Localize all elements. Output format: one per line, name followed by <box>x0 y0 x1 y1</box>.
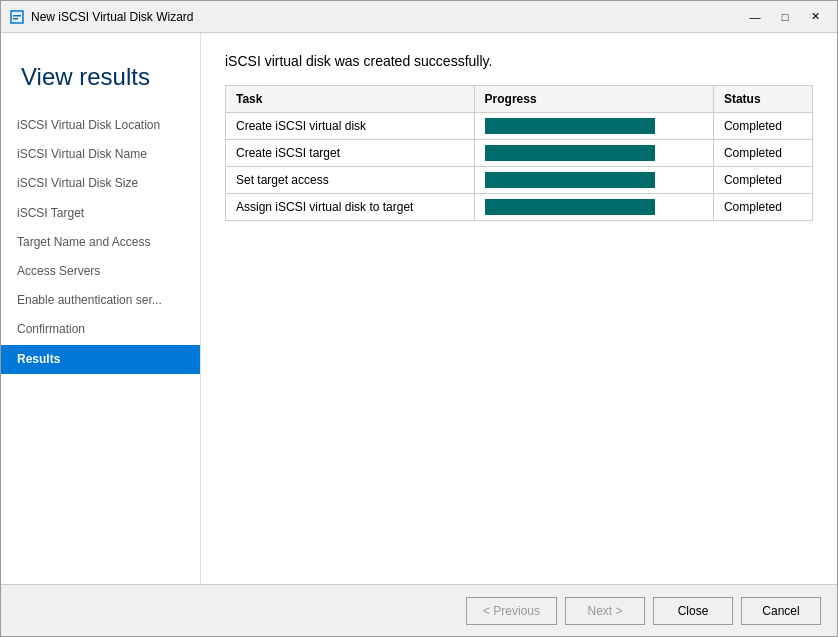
progress-cell <box>474 167 713 194</box>
status-cell: Completed <box>713 194 812 221</box>
page-title: View results <box>1 53 200 111</box>
sidebar-item-iscsi-target: iSCSI Target <box>1 199 200 228</box>
progress-bar-container <box>485 172 655 188</box>
progress-bar-fill <box>485 172 655 188</box>
next-button[interactable]: Next > <box>565 597 645 625</box>
sidebar-item-target-name-access: Target Name and Access <box>1 228 200 257</box>
svg-rect-2 <box>13 18 18 20</box>
footer: < Previous Next > Close Cancel <box>1 584 837 636</box>
progress-bar-fill <box>485 199 655 215</box>
success-message: iSCSI virtual disk was created successfu… <box>225 53 813 69</box>
col-header-progress: Progress <box>474 86 713 113</box>
progress-bar-container <box>485 145 655 161</box>
window-title: New iSCSI Virtual Disk Wizard <box>31 10 741 24</box>
sidebar-item-access-servers: Access Servers <box>1 257 200 286</box>
col-header-status: Status <box>713 86 812 113</box>
previous-button[interactable]: < Previous <box>466 597 557 625</box>
status-cell: Completed <box>713 140 812 167</box>
progress-cell <box>474 113 713 140</box>
content-area: View results iSCSI Virtual Disk Location… <box>1 33 837 584</box>
table-row: Create iSCSI virtual diskCompleted <box>226 113 813 140</box>
wizard-window: New iSCSI Virtual Disk Wizard — □ ✕ View… <box>0 0 838 637</box>
app-icon <box>9 9 25 25</box>
progress-bar-container <box>485 199 655 215</box>
table-row: Set target accessCompleted <box>226 167 813 194</box>
sidebar-item-confirmation: Confirmation <box>1 315 200 344</box>
task-cell: Create iSCSI virtual disk <box>226 113 475 140</box>
sidebar-item-enable-auth: Enable authentication ser... <box>1 286 200 315</box>
task-cell: Set target access <box>226 167 475 194</box>
progress-cell <box>474 194 713 221</box>
sidebar-item-iscsi-location: iSCSI Virtual Disk Location <box>1 111 200 140</box>
maximize-button[interactable]: □ <box>771 6 799 28</box>
col-header-task: Task <box>226 86 475 113</box>
title-bar: New iSCSI Virtual Disk Wizard — □ ✕ <box>1 1 837 33</box>
sidebar: View results iSCSI Virtual Disk Location… <box>1 33 201 584</box>
progress-bar-container <box>485 118 655 134</box>
table-row: Assign iSCSI virtual disk to targetCompl… <box>226 194 813 221</box>
minimize-button[interactable]: — <box>741 6 769 28</box>
sidebar-item-results: Results <box>1 345 200 374</box>
progress-bar-fill <box>485 118 655 134</box>
close-window-button[interactable]: ✕ <box>801 6 829 28</box>
task-cell: Assign iSCSI virtual disk to target <box>226 194 475 221</box>
main-panel: iSCSI virtual disk was created successfu… <box>201 33 837 584</box>
progress-bar-fill <box>485 145 655 161</box>
cancel-button[interactable]: Cancel <box>741 597 821 625</box>
close-button[interactable]: Close <box>653 597 733 625</box>
svg-rect-1 <box>13 15 21 17</box>
status-cell: Completed <box>713 113 812 140</box>
svg-rect-0 <box>11 11 23 23</box>
sidebar-item-iscsi-name: iSCSI Virtual Disk Name <box>1 140 200 169</box>
window-controls: — □ ✕ <box>741 6 829 28</box>
sidebar-item-iscsi-size: iSCSI Virtual Disk Size <box>1 169 200 198</box>
task-cell: Create iSCSI target <box>226 140 475 167</box>
table-row: Create iSCSI targetCompleted <box>226 140 813 167</box>
progress-cell <box>474 140 713 167</box>
status-cell: Completed <box>713 167 812 194</box>
results-table: Task Progress Status Create iSCSI virtua… <box>225 85 813 221</box>
